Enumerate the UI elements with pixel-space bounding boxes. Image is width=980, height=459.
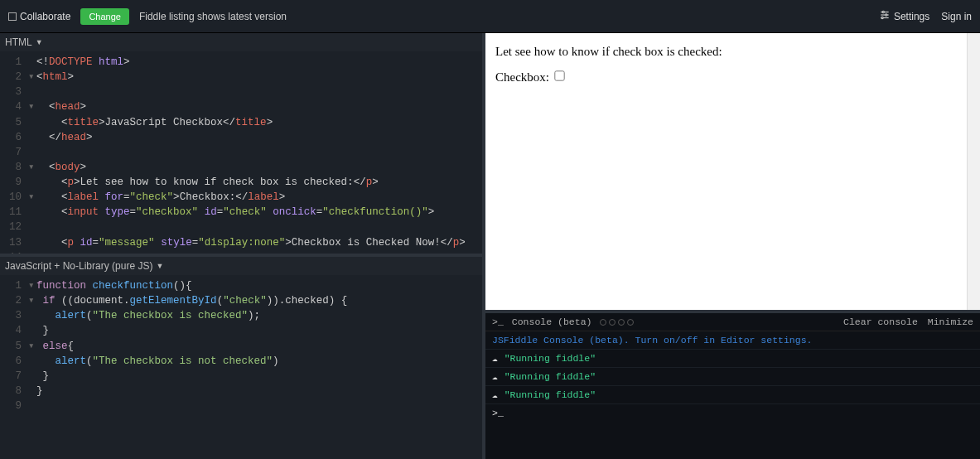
- code-text: <input type="checkbox" id="check" onclic…: [36, 205, 434, 220]
- fold-icon[interactable]: ▾: [28, 99, 36, 114]
- fold-icon[interactable]: ▾: [28, 278, 36, 293]
- fold-icon[interactable]: [28, 399, 36, 413]
- code-line[interactable]: 13 <p id="message" style="display:none">…: [0, 235, 482, 250]
- result-scrollbar[interactable]: [967, 33, 980, 310]
- collaborate-button[interactable]: Collaborate: [8, 11, 70, 22]
- svg-point-3: [882, 11, 884, 12]
- checkbox-label: Checkbox:: [495, 70, 549, 84]
- fold-icon[interactable]: ▾: [28, 70, 36, 85]
- fold-icon[interactable]: [28, 220, 36, 234]
- code-line[interactable]: 7 }: [0, 369, 482, 384]
- fold-icon[interactable]: [28, 308, 36, 323]
- line-number: 11: [0, 205, 28, 220]
- code-line[interactable]: 6 </head>: [0, 130, 482, 145]
- code-line[interactable]: 2▾<html>: [0, 70, 482, 85]
- fold-icon[interactable]: [28, 130, 36, 145]
- checkbox-input[interactable]: [554, 70, 564, 80]
- console-title: Console (beta): [512, 316, 592, 327]
- cloud-icon: ☁: [492, 371, 498, 382]
- code-line[interactable]: 5▾ else{: [0, 339, 482, 354]
- console-filter-icons[interactable]: [600, 319, 634, 326]
- fold-icon[interactable]: [28, 55, 36, 70]
- code-line[interactable]: 8}: [0, 384, 482, 399]
- fold-icon[interactable]: ▾: [28, 339, 36, 354]
- settings-label: Settings: [894, 11, 929, 22]
- fold-icon[interactable]: [28, 323, 36, 338]
- result-pane: Let see how to know if check box is chec…: [485, 33, 980, 310]
- collaborate-label: Collaborate: [20, 11, 70, 22]
- code-line[interactable]: 8▾ <body>: [0, 160, 482, 175]
- js-pane-label: JavaScript + No-Library (pure JS): [5, 260, 152, 272]
- code-line[interactable]: 2▾ if ((document.getElementById("check")…: [0, 293, 482, 308]
- code-line[interactable]: 9 <p>Let see how to know if check box is…: [0, 175, 482, 190]
- fold-icon[interactable]: ▾: [28, 293, 36, 308]
- line-number: 1: [0, 278, 28, 293]
- code-line[interactable]: 10▾ <label for="check">Checkbox:</label>: [0, 190, 482, 205]
- line-number: 4: [0, 323, 28, 338]
- code-line[interactable]: 5 <title>JavaScript Checkbox</title>: [0, 115, 482, 130]
- js-pane: JavaScript + No-Library (pure JS) ▼ 1▾fu…: [0, 257, 482, 459]
- minimize-console-link[interactable]: Minimize: [928, 316, 973, 327]
- filter-dot-icon: [609, 319, 616, 326]
- console-message: "Running fiddle": [504, 389, 596, 400]
- code-text: <!DOCTYPE html>: [36, 55, 130, 70]
- html-pane-header[interactable]: HTML ▼: [0, 33, 482, 51]
- code-text: <label for="check">Checkbox:</label>: [36, 190, 285, 205]
- settings-button[interactable]: Settings: [879, 9, 929, 23]
- fold-icon[interactable]: [28, 175, 36, 190]
- fold-icon[interactable]: [28, 205, 36, 220]
- code-text: }: [36, 369, 49, 384]
- code-text: else{: [36, 339, 74, 354]
- code-line[interactable]: 12: [0, 220, 482, 234]
- clear-console-link[interactable]: Clear console: [843, 316, 918, 327]
- html-editor[interactable]: 1<!DOCTYPE html>2▾<html>34▾ <head>5 <tit…: [0, 51, 482, 254]
- code-line[interactable]: 11 <input type="checkbox" id="check" onc…: [0, 205, 482, 220]
- code-line[interactable]: 1▾function checkfunction(){: [0, 278, 482, 293]
- fold-icon[interactable]: ▾: [28, 160, 36, 175]
- line-number: 9: [0, 175, 28, 190]
- fold-icon[interactable]: [28, 384, 36, 399]
- fold-icon[interactable]: [28, 115, 36, 130]
- code-line[interactable]: 7: [0, 145, 482, 160]
- fold-icon[interactable]: [28, 235, 36, 250]
- console-pane: >_ Console (beta) Clear console Minimize…: [485, 310, 980, 459]
- code-text: alert("The checkbox is checked");: [36, 308, 260, 323]
- line-number: 10: [0, 190, 28, 205]
- line-number: 4: [0, 99, 28, 114]
- line-number: 7: [0, 145, 28, 160]
- code-line[interactable]: 4▾ <head>: [0, 99, 482, 114]
- html-pane: HTML ▼ 1<!DOCTYPE html>2▾<html>34▾ <head…: [0, 33, 482, 257]
- terminal-icon: >_: [492, 316, 504, 327]
- svg-point-4: [886, 14, 887, 16]
- code-line[interactable]: 3: [0, 85, 482, 99]
- cloud-icon: ☁: [492, 353, 498, 364]
- console-prompt[interactable]: >_: [485, 404, 980, 422]
- change-button[interactable]: Change: [80, 8, 129, 25]
- code-line[interactable]: 6 alert("The checkbox is not checked"): [0, 354, 482, 369]
- fold-icon[interactable]: [28, 145, 36, 160]
- fold-icon[interactable]: [28, 250, 36, 254]
- code-line[interactable]: 1<!DOCTYPE html>: [0, 55, 482, 70]
- code-text: </head>: [36, 130, 93, 145]
- svg-point-5: [881, 17, 883, 18]
- fold-icon[interactable]: [28, 85, 36, 99]
- code-text: function checkfunction(){: [36, 278, 192, 293]
- fold-icon[interactable]: [28, 354, 36, 369]
- code-line[interactable]: 9: [0, 399, 482, 413]
- line-number: 7: [0, 369, 28, 384]
- caret-down-icon: ▼: [36, 38, 43, 46]
- fold-icon[interactable]: [28, 369, 36, 384]
- code-line[interactable]: 4 }: [0, 323, 482, 338]
- console-message: "Running fiddle": [504, 353, 596, 364]
- code-text: alert("The checkbox is not checked"): [36, 354, 279, 369]
- collaborate-icon: [8, 12, 17, 21]
- js-pane-header[interactable]: JavaScript + No-Library (pure JS) ▼: [0, 257, 482, 275]
- fold-icon[interactable]: ▾: [28, 190, 36, 205]
- signin-link[interactable]: Sign in: [941, 11, 972, 22]
- code-text: <body>: [36, 160, 86, 175]
- line-number: 12: [0, 220, 28, 234]
- code-line[interactable]: 3 alert("The checkbox is checked");: [0, 308, 482, 323]
- line-number: 14: [0, 250, 28, 254]
- code-line[interactable]: 14: [0, 250, 482, 254]
- js-editor[interactable]: 1▾function checkfunction(){2▾ if ((docum…: [0, 275, 482, 459]
